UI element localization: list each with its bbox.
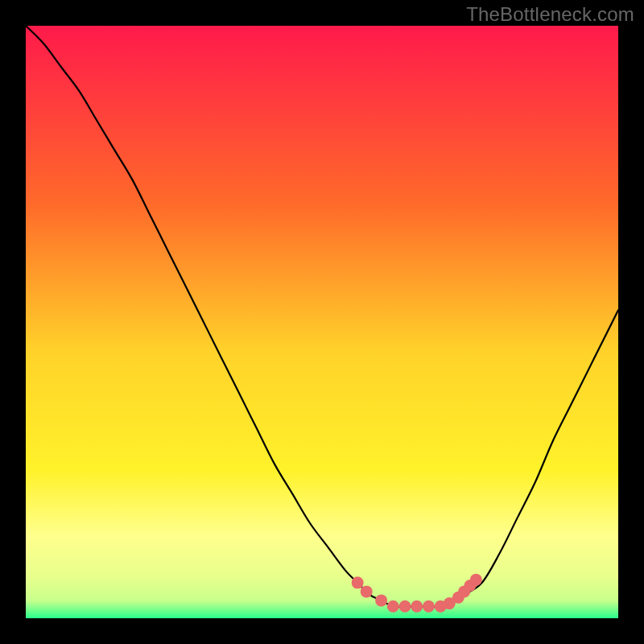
marker-dot xyxy=(399,601,411,613)
marker-dot xyxy=(470,574,482,586)
marker-dot xyxy=(375,594,387,606)
marker-dot xyxy=(411,601,423,613)
marker-dot xyxy=(352,576,364,588)
chart-wrapper: TheBottleneck.com xyxy=(0,0,644,644)
marker-dot xyxy=(361,585,373,597)
chart-svg xyxy=(26,26,618,618)
gradient-background xyxy=(26,26,618,618)
marker-dot xyxy=(387,601,399,613)
plot-area xyxy=(26,26,618,618)
marker-dot xyxy=(423,601,435,613)
watermark-text: TheBottleneck.com xyxy=(466,3,634,26)
